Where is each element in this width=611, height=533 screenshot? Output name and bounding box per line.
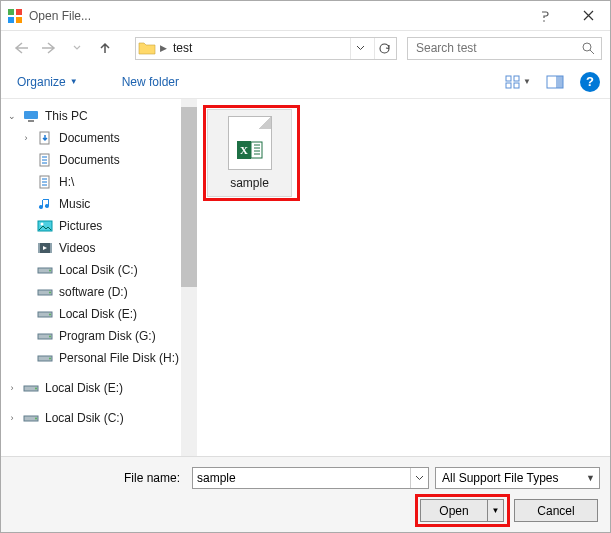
sidebar-item-label: Documents [59, 153, 120, 167]
sidebar-item[interactable]: Personal File Disk (H:) [1, 347, 181, 369]
svg-rect-1 [16, 9, 22, 15]
breadcrumb-current[interactable]: test [171, 41, 194, 55]
sidebar-item[interactable]: Music [1, 193, 181, 215]
documents-down-icon [37, 130, 53, 146]
preview-pane-button[interactable] [542, 71, 568, 93]
dialog-footer: File name: All Support File Types ▼ Open… [1, 456, 610, 532]
videos-icon [37, 240, 53, 256]
cancel-label: Cancel [537, 504, 574, 518]
drive-icon [37, 328, 53, 344]
svg-point-4 [543, 20, 545, 22]
new-folder-button[interactable]: New folder [116, 73, 185, 91]
filename-input[interactable] [193, 471, 410, 485]
open-split-dropdown[interactable]: ▼ [487, 500, 503, 521]
open-file-dialog: Open File... ▶ test Organize▼ New folder [0, 0, 611, 533]
svg-rect-12 [24, 111, 38, 119]
navigation-pane[interactable]: ⌄ This PC ›Documents Documents H:\ Music… [1, 99, 181, 456]
new-folder-label: New folder [122, 75, 179, 89]
organize-label: Organize [17, 75, 66, 89]
sidebar-item-label: Documents [59, 131, 120, 145]
window-title: Open File... [29, 9, 522, 23]
svg-point-18 [41, 223, 44, 226]
svg-text:X: X [240, 144, 248, 156]
expand-icon[interactable]: › [7, 413, 17, 423]
help-icon[interactable]: ? [580, 72, 600, 92]
sidebar-item[interactable]: ›Local Dsik (C:) [1, 407, 181, 429]
sidebar-item-label: Program Disk (G:) [59, 329, 156, 343]
sidebar-item[interactable]: Local Dsik (C:) [1, 259, 181, 281]
expand-icon[interactable]: › [21, 133, 31, 143]
svg-point-27 [49, 314, 51, 316]
svg-point-5 [583, 43, 591, 51]
svg-rect-3 [16, 17, 22, 23]
svg-rect-7 [514, 76, 519, 81]
address-bar[interactable]: ▶ test [135, 37, 397, 60]
svg-rect-21 [50, 243, 52, 253]
file-name: sample [230, 176, 269, 190]
excel-icon: X [237, 139, 263, 161]
svg-rect-20 [38, 243, 40, 253]
sidebar-item[interactable]: ›Documents [1, 127, 181, 149]
sidebar-this-pc[interactable]: ⌄ This PC [1, 105, 181, 127]
close-button[interactable] [566, 1, 610, 31]
sidebar-item[interactable]: Documents [1, 149, 181, 171]
sidebar-item[interactable]: H:\ [1, 171, 181, 193]
address-dropdown[interactable] [350, 38, 370, 59]
up-button[interactable] [93, 36, 117, 60]
help-button[interactable] [522, 1, 566, 31]
filter-label: All Support File Types [442, 471, 559, 485]
sidebar-item-label: Local Dsik (C:) [59, 263, 138, 277]
file-list[interactable]: X sample [197, 99, 610, 456]
svg-point-23 [49, 270, 51, 272]
sidebar-item-label: Local Disk (E:) [59, 307, 137, 321]
organize-button[interactable]: Organize▼ [11, 73, 84, 91]
sidebar-item[interactable]: Program Disk (G:) [1, 325, 181, 347]
drive-icon [37, 262, 53, 278]
filetype-filter[interactable]: All Support File Types ▼ [435, 467, 600, 489]
drive-icon [37, 350, 53, 366]
recent-dropdown[interactable] [65, 36, 89, 60]
search-box[interactable] [407, 37, 602, 60]
sidebar-item[interactable]: software (D:) [1, 281, 181, 303]
filename-dropdown[interactable] [410, 468, 428, 488]
expand-icon[interactable]: › [7, 383, 17, 393]
dialog-body: ⌄ This PC ›Documents Documents H:\ Music… [1, 99, 610, 456]
sidebar-item[interactable]: ›Local Disk (E:) [1, 377, 181, 399]
title-bar: Open File... [1, 1, 610, 31]
pc-icon [23, 108, 39, 124]
caret-down-icon: ▼ [70, 77, 78, 86]
svg-rect-2 [8, 17, 14, 23]
open-button[interactable]: Open ▼ [420, 499, 504, 522]
chevron-right-icon: ▶ [160, 43, 167, 53]
back-button[interactable] [9, 36, 33, 60]
view-button[interactable]: ▼ [500, 71, 536, 93]
sidebar-item[interactable]: Videos [1, 237, 181, 259]
collapse-icon[interactable]: ⌄ [7, 111, 17, 121]
svg-point-31 [49, 358, 51, 360]
pictures-icon [37, 218, 53, 234]
sidebar-item[interactable]: Pictures [1, 215, 181, 237]
sidebar-item-label: Videos [59, 241, 95, 255]
svg-rect-38 [251, 142, 262, 158]
drive-icon [23, 410, 39, 426]
drive-icon [37, 306, 53, 322]
svg-rect-9 [514, 83, 519, 88]
chevron-down-icon: ▼ [586, 473, 595, 483]
refresh-button[interactable] [374, 38, 394, 59]
file-item[interactable]: X sample [207, 109, 292, 197]
filename-combobox[interactable] [192, 467, 429, 489]
sidebar-item[interactable]: Local Disk (E:) [1, 303, 181, 325]
drive-icon [23, 380, 39, 396]
sidebar-item-label: software (D:) [59, 285, 128, 299]
svg-rect-6 [506, 76, 511, 81]
sidebar-item-label: Local Dsik (C:) [45, 411, 124, 425]
sidebar-scrollbar[interactable] [181, 99, 197, 456]
cancel-button[interactable]: Cancel [514, 499, 598, 522]
sidebar-item-label: Local Disk (E:) [45, 381, 123, 395]
scrollbar-thumb[interactable] [181, 107, 197, 287]
forward-button[interactable] [37, 36, 61, 60]
sidebar-item-label: Music [59, 197, 90, 211]
svg-point-35 [35, 418, 37, 420]
search-input[interactable] [414, 40, 582, 56]
search-icon [582, 42, 595, 55]
